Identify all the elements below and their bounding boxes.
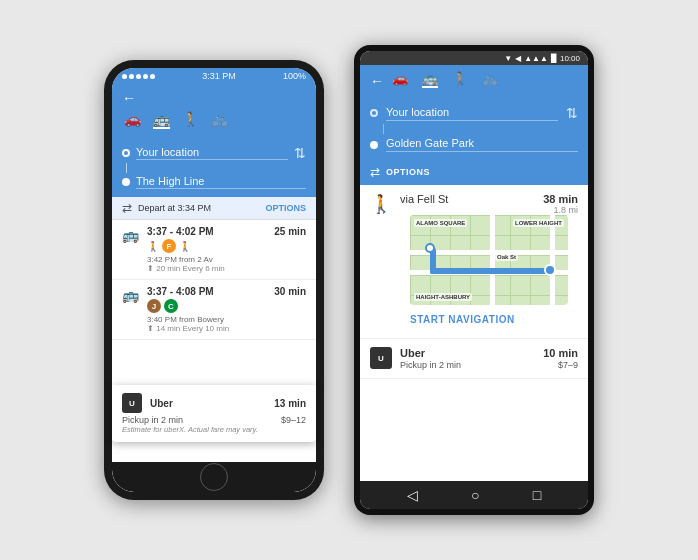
dot4 [143, 74, 148, 79]
transit-detail-1: 3:37 - 4:02 PM 25 min 🚶 F 🚶 3:42 PM from… [147, 226, 306, 273]
android-home-nav[interactable]: ○ [471, 487, 479, 503]
uber-duration: 13 min [274, 398, 306, 409]
depart-text[interactable]: Depart at 3:34 PM [138, 203, 265, 213]
walk-icon-1b: 🚶 [179, 241, 191, 252]
android-uber-logo: U [370, 347, 392, 369]
route-icons-2: J C [147, 299, 306, 313]
transport-mode-bar: 🚗 🚌 🚶 🚲 [122, 111, 306, 133]
transit-result-2[interactable]: 🚌 3:37 - 4:08 PM 30 min J C 3:40 PM from… [112, 280, 316, 340]
uber-logo: U [122, 393, 142, 413]
android-swap-icon[interactable]: ⇅ [566, 105, 578, 121]
walk-icon-1a: 🚶 [147, 241, 159, 252]
android-options-label: OPTIONS [386, 167, 430, 177]
transit-mode-icon[interactable]: 🚌 [153, 111, 170, 129]
android-uber-price: $7–9 [558, 360, 578, 370]
uber-pickup-text: Pickup in 2 min [122, 415, 183, 425]
c-train-badge: C [164, 299, 178, 313]
to-field[interactable]: The High Line [136, 175, 306, 189]
android-nav-bar: ◁ ○ □ [360, 481, 588, 509]
iphone-time: 3:31 PM [202, 71, 236, 81]
options-button[interactable]: OPTIONS [265, 203, 306, 213]
from-dot-icon [122, 149, 130, 157]
android-uber-pickup: Pickup in 2 min [400, 360, 461, 370]
android-uber-result[interactable]: U Uber 10 min Pickup in 2 min $7–9 [360, 339, 588, 379]
android-walk-distance: 1.8 mi [543, 205, 578, 215]
car-mode-icon[interactable]: 🚗 [124, 111, 141, 129]
iphone-battery: 100% [283, 71, 306, 81]
dot3 [136, 74, 141, 79]
uber-pickup-row: Pickup in 2 min $9–12 [122, 415, 306, 425]
iphone-home-bar [112, 462, 316, 492]
android-back-nav[interactable]: ◁ [407, 487, 418, 503]
android-options-bar[interactable]: ⇄ OPTIONS [360, 161, 588, 185]
uber-popup[interactable]: U Uber 13 min Pickup in 2 min $9–12 Esti… [112, 385, 316, 442]
map-end-marker [544, 264, 556, 276]
map-route-line [430, 268, 548, 274]
transit-result-1[interactable]: 🚌 3:37 - 4:02 PM 25 min 🚶 F 🚶 3:42 PM fr… [112, 220, 316, 280]
signal-icon: ◀ [515, 54, 521, 63]
android-walk-time-row: via Fell St 38 min 1.8 mi [400, 193, 578, 215]
android-back-button[interactable]: ← [370, 73, 384, 89]
android-results: 🚶 via Fell St 38 min 1.8 mi [360, 185, 588, 481]
android-uber-details: Uber 10 min Pickup in 2 min $7–9 [400, 347, 578, 370]
android-from-field[interactable]: Your location [386, 106, 558, 121]
route-map: ALAMO SQUARE LOWER HAIGHT HAIGHT-ASHBURY… [410, 215, 568, 305]
android-nav-row: ← 🚗 🚌 🚶 🚲 [370, 71, 578, 90]
uber-popup-top: U Uber 13 min [122, 393, 306, 413]
map-road-v1 [490, 215, 495, 305]
to-dot-icon [122, 178, 130, 186]
android-walk-icon[interactable]: 🚶 [452, 71, 468, 88]
depart-bar: ⇄ Depart at 3:34 PM OPTIONS [112, 197, 316, 220]
back-button[interactable]: ← [122, 90, 306, 106]
from-field[interactable]: Your location [136, 146, 288, 160]
dot2 [129, 74, 134, 79]
iphone-header: ← 🚗 🚌 🚶 🚲 [112, 84, 316, 139]
iphone-status-bar: 3:31 PM 100% [112, 68, 316, 84]
android-to-dot [370, 141, 378, 149]
home-button[interactable] [200, 463, 228, 491]
android-uber-label: Uber [400, 347, 425, 359]
android-walk-duration: 38 min [543, 193, 578, 205]
transit-times-1: 3:37 - 4:02 PM [147, 226, 214, 237]
android-to-field[interactable]: Golden Gate Park [386, 137, 578, 152]
uber-label: Uber [150, 398, 274, 409]
start-navigation-button[interactable]: START NAVIGATION [400, 311, 578, 330]
transit-time-row-2: 3:37 - 4:08 PM 30 min [147, 286, 306, 297]
android-filter-icon: ⇄ [370, 165, 380, 179]
bike-mode-icon[interactable]: 🚲 [211, 111, 228, 129]
from-field-row: Your location ⇅ [122, 143, 306, 163]
dot1 [122, 74, 127, 79]
android-route-fields: Your location ⇅ Golden Gate Park [360, 100, 588, 161]
transit-from-2: 3:40 PM from Bowery [147, 315, 306, 324]
android-transit-icon[interactable]: 🚌 [422, 71, 438, 88]
route-fields: Your location ⇅ The High Line [112, 139, 316, 197]
swap-icon[interactable]: ⇅ [294, 145, 306, 161]
android-route-line [383, 124, 384, 134]
android-header: ← 🚗 🚌 🚶 🚲 [360, 65, 588, 100]
signal-dots [122, 74, 155, 79]
bus-icon-1: 🚌 [122, 227, 139, 243]
alamo-label: ALAMO SQUARE [414, 219, 467, 227]
transit-times-2: 3:37 - 4:08 PM [147, 286, 214, 297]
android-walk-result[interactable]: 🚶 via Fell St 38 min 1.8 mi [360, 185, 588, 339]
android-walk-details: via Fell St 38 min 1.8 mi [400, 193, 578, 330]
map-road-v2 [550, 215, 555, 305]
android-recents-nav[interactable]: □ [533, 487, 541, 503]
iphone-screen: 3:31 PM 100% ← 🚗 🚌 🚶 🚲 Your location ⇅ [112, 68, 316, 492]
android-walk-mode-icon: 🚶 [370, 193, 392, 215]
android-time: 10:00 [560, 54, 580, 63]
transit-duration-2: 30 min [274, 286, 306, 297]
android-transport-bar: 🚗 🚌 🚶 🚲 [392, 71, 498, 90]
android-screen: ▼ ◀ ▲▲▲ ▉ 10:00 ← 🚗 🚌 🚶 🚲 [360, 51, 588, 509]
android-to-row: Golden Gate Park [370, 134, 578, 155]
signal-bars-icon: ▲▲▲ [524, 54, 548, 63]
android-bike-icon[interactable]: 🚲 [482, 71, 498, 88]
android-car-icon[interactable]: 🚗 [392, 71, 408, 88]
transit-duration-1: 25 min [274, 226, 306, 237]
walk-mode-icon[interactable]: 🚶 [182, 111, 199, 129]
bus-icon-2: 🚌 [122, 287, 139, 303]
transit-meta-2: ⬆ 14 min Every 10 min [147, 324, 306, 333]
f-train-badge: F [162, 239, 176, 253]
transit-from-1: 3:42 PM from 2 Av [147, 255, 306, 264]
route-icons-1: 🚶 F 🚶 [147, 239, 306, 253]
